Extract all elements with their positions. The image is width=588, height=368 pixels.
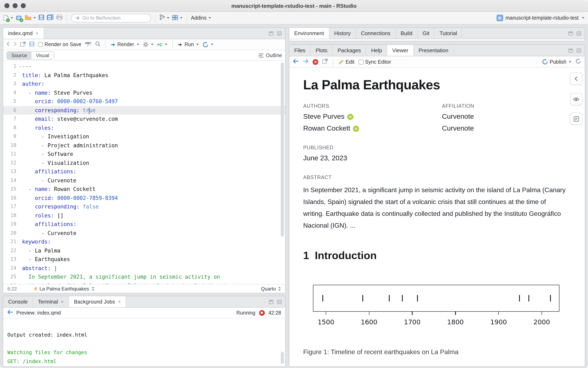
insert-chunk-button[interactable]	[157, 42, 167, 47]
show-highlights-button[interactable]	[570, 93, 582, 105]
maximize-pane-icon[interactable]	[277, 300, 282, 304]
render-on-save-checkbox[interactable]: Render on Save	[38, 42, 81, 47]
new-file-button[interactable]	[4, 15, 13, 21]
viewer-back-button[interactable]	[293, 59, 299, 65]
tab-connections[interactable]: Connections	[356, 28, 396, 39]
visual-mode-button[interactable]: Visual	[31, 52, 54, 59]
project-menu[interactable]: R manuscript-template-rstudio-test	[496, 15, 584, 21]
goto-file-search[interactable]	[71, 14, 151, 22]
code-editor[interactable]: 1▾---2title: La Palma Earthquakes3author…	[3, 61, 285, 284]
code-line[interactable]: 26 the island of La Palma (Canary Island…	[3, 281, 285, 284]
viewer-popout-button[interactable]	[322, 59, 328, 65]
orcid-icon[interactable]	[347, 114, 353, 120]
render-button[interactable]: Render	[110, 42, 139, 47]
tab-environment[interactable]: Environment	[289, 28, 329, 39]
code-line[interactable]: 11 - Software	[3, 150, 285, 158]
editor-scrollbar[interactable]	[281, 62, 284, 236]
back-button[interactable]	[7, 42, 10, 47]
tab-build[interactable]: Build	[395, 28, 418, 39]
minimize-pane-icon[interactable]	[569, 31, 573, 35]
code-line[interactable]: 17 corresponding: false	[3, 202, 285, 211]
code-line[interactable]: 2title: La Palma Earthquakes	[3, 71, 285, 80]
code-line[interactable]: 16 orcid: 0000-0002-7859-8394	[3, 193, 285, 202]
tab-index-qmd[interactable]: index.qmd✕	[3, 28, 44, 39]
open-file-button[interactable]	[25, 14, 36, 22]
goto-input[interactable]	[83, 15, 147, 21]
version-control-button[interactable]	[160, 14, 169, 22]
page-notes-button[interactable]	[570, 113, 582, 125]
orcid-icon[interactable]	[353, 125, 359, 132]
back-to-jobs-icon[interactable]	[7, 310, 13, 316]
minimize-window-button[interactable]	[13, 3, 18, 8]
doc-type-selector[interactable]: Quarto	[261, 286, 281, 292]
code-line[interactable]: 9 - Investigation	[3, 132, 285, 141]
run-button[interactable]: Run	[177, 42, 199, 47]
tab-console[interactable]: Console	[3, 296, 33, 307]
tab-help[interactable]: Help	[366, 45, 387, 56]
new-project-button[interactable]: R	[16, 15, 22, 21]
print-button[interactable]	[56, 14, 63, 22]
tab-viewer[interactable]: Viewer	[387, 45, 413, 56]
console-scrollbar[interactable]	[281, 352, 284, 364]
code-line[interactable]: 21keywords:	[3, 238, 285, 246]
code-line[interactable]: 5 orcid: 0000-0002-0760-5497	[3, 97, 285, 106]
maximize-pane-icon[interactable]	[277, 31, 282, 35]
tab-git[interactable]: Git	[418, 28, 435, 39]
close-tab-icon[interactable]: ✕	[36, 31, 38, 35]
fold-caret-icon[interactable]: ▾	[19, 62, 21, 71]
sync-editor-checkbox[interactable]: Sync Editor	[358, 59, 391, 65]
addins-menu[interactable]: Addins	[191, 15, 211, 21]
maximize-pane-icon[interactable]	[577, 48, 581, 52]
code-line[interactable]: 15 - name: Rowan Cockett	[3, 185, 285, 193]
save-all-button[interactable]	[47, 14, 54, 22]
tab-plots[interactable]: Plots	[311, 45, 333, 56]
source-mode-button[interactable]: Source	[7, 52, 31, 59]
minimize-pane-icon[interactable]	[269, 300, 273, 304]
publish-button[interactable]: Publish	[542, 59, 571, 65]
code-line[interactable]: 23 - Earthquakes	[3, 255, 285, 264]
outline-toggle[interactable]: Outline	[259, 52, 282, 58]
code-line[interactable]: 4 - name: Steve Purves	[3, 88, 285, 97]
maximize-pane-icon[interactable]	[577, 31, 581, 35]
edit-button[interactable]: Edit	[339, 59, 354, 65]
search-icon[interactable]	[95, 41, 100, 48]
settings-button[interactable]	[143, 42, 153, 47]
tab-presentation[interactable]: Presentation	[413, 45, 454, 56]
stop-job-icon[interactable]	[259, 310, 265, 316]
code-line[interactable]: 20 - Curvenote	[3, 229, 285, 238]
viewer-refresh-button[interactable]	[575, 58, 581, 65]
tab-terminal[interactable]: Terminal✕	[33, 296, 69, 307]
job-output[interactable]: Output created: index.html Watching file…	[3, 318, 285, 366]
tab-tutorial[interactable]: Tutorial	[435, 28, 462, 39]
collapse-sidebar-button[interactable]	[570, 73, 582, 85]
code-line[interactable]: 10 - Project administration	[3, 141, 285, 150]
code-line[interactable]: 6 corresponding: true	[3, 106, 285, 115]
code-line[interactable]: 12 - Visualization	[3, 158, 285, 167]
code-line[interactable]: 22 - La Palma	[3, 246, 285, 255]
section-navigator[interactable]: # La Palma Earthquakes	[34, 286, 95, 292]
close-tab-icon[interactable]: ✕	[61, 300, 64, 304]
rendered-document[interactable]: La Palma Earthquakes AUTHORS AFFILIATION…	[289, 68, 585, 366]
code-line[interactable]: 18 roles: []	[3, 211, 285, 220]
spellcheck-icon[interactable]	[85, 42, 91, 47]
code-line[interactable]: 25 In September 2021, a significant jump…	[3, 273, 285, 281]
tab-history[interactable]: History	[329, 28, 356, 39]
tab-files[interactable]: Files	[289, 45, 311, 56]
code-line[interactable]: 13 affiliations:	[3, 167, 285, 176]
minimize-pane-icon[interactable]	[569, 48, 573, 52]
minimize-pane-icon[interactable]	[269, 31, 273, 35]
tab-background-jobs[interactable]: Background Jobs✕	[69, 296, 126, 307]
viewer-forward-button[interactable]	[303, 59, 309, 65]
popout-button[interactable]	[20, 41, 26, 47]
code-line[interactable]: 3author:	[3, 80, 285, 88]
forward-button[interactable]	[13, 42, 17, 47]
tab-packages[interactable]: Packages	[333, 45, 366, 56]
close-window-button[interactable]	[4, 3, 9, 8]
rerun-button[interactable]	[202, 41, 213, 47]
code-line[interactable]: 24abstract: |	[3, 264, 285, 273]
code-line[interactable]: 19 affiliations:	[3, 220, 285, 229]
close-tab-icon[interactable]: ✕	[118, 300, 121, 304]
code-line[interactable]: 1▾---	[3, 62, 285, 71]
save-button[interactable]	[39, 14, 44, 22]
save-document-button[interactable]	[29, 41, 34, 47]
